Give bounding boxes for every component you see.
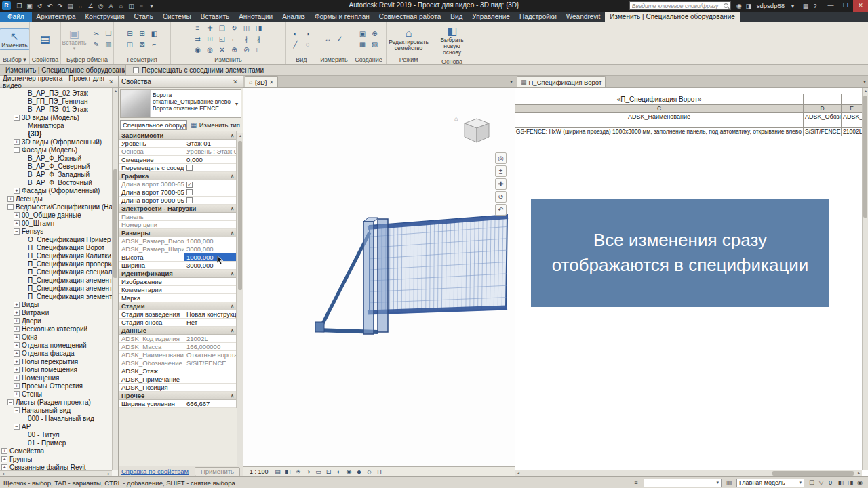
collapse-icon[interactable]: − [7,399,14,405]
property-checkbox[interactable] [186,165,193,171]
collapse-icon[interactable]: − [14,424,20,430]
property-value[interactable]: Этаж 01 [184,140,236,147]
communication-center-icon[interactable]: ◨ [744,3,753,9]
open-file-icon[interactable]: ❐ [14,3,24,9]
join-icon[interactable]: ⊕ [229,45,240,55]
property-group-header[interactable]: Электросети - Нагрузки∧ [119,205,236,213]
property-value[interactable]: 166,000000 [184,343,236,350]
copy-tool-icon[interactable]: ❑ [216,23,228,33]
tree-item[interactable]: +3D виды (Оформленный) [0,138,112,146]
create-similar-icon[interactable]: ⊕ [369,28,380,39]
wall-joins-icon[interactable]: ∟ [253,45,264,55]
zoom-icon[interactable]: ± [495,165,507,177]
copy-to-clipboard-icon[interactable]: ❐ [103,28,114,39]
ribbon-tab[interactable]: Управление [467,12,515,22]
property-value[interactable]: 1000,000 [184,237,236,245]
default-3d-view-icon[interactable]: ⌂ [116,3,126,9]
expand-icon[interactable]: + [14,350,20,357]
split-face-icon[interactable]: ◫ [124,39,136,49]
tree-item[interactable]: П_Спецификация элементов ПП [0,284,112,292]
column-header[interactable]: ADSK_Обознач [804,113,842,121]
user-menu-caret-icon[interactable]: ▾ [788,3,797,9]
expand-icon[interactable]: + [14,318,20,324]
help-icon[interactable]: ? [810,3,820,9]
tree-item[interactable]: Миниатюра [0,121,112,129]
expand-icon[interactable]: + [1,456,7,462]
text-icon[interactable]: A [106,3,116,9]
tree-item[interactable]: В_ГП_ПЭ_Генплан [0,97,112,105]
tree-item[interactable]: 01 - Пример [0,439,112,447]
project-browser-close-icon[interactable]: ✕ [107,79,115,85]
property-value[interactable]: ✓ [184,180,236,188]
property-value[interactable] [184,197,236,204]
unpin-icon[interactable]: ◎ [204,45,216,55]
ribbon-tab[interactable]: Надстройки [515,12,561,22]
ribbon-tab[interactable]: Конструкция [81,12,130,22]
property-value[interactable] [184,278,236,285]
property-value[interactable]: 0,000 [184,156,236,163]
column-letter[interactable]: E [842,105,862,112]
scroll-right-icon[interactable]: ▸ [856,470,862,476]
split-element-icon[interactable]: ∤ [241,34,252,44]
temporary-hide-isolate-icon[interactable]: ◐ [334,468,344,475]
cope-icon[interactable]: ⌐ [149,39,160,49]
array-icon[interactable]: ⊞ [204,34,216,44]
tree-item[interactable]: 000 - Начальный вид [0,414,112,422]
create-parts-icon[interactable]: ▧ [369,39,380,49]
qat-customize-icon[interactable]: ▾ [146,3,157,9]
tree-item[interactable]: +00_Штамп [0,219,112,227]
collapse-icon[interactable]: − [14,115,20,121]
collapse-icon[interactable]: − [7,204,14,210]
tree-item[interactable]: +Легенды [0,195,112,203]
ribbon-tab[interactable]: Совместная работа [374,12,446,22]
ribbon-tab[interactable]: Вставить [196,12,234,22]
ribbon-tab[interactable]: Вид [446,12,467,22]
hide-elements-icon[interactable]: ◐ [290,28,301,39]
expand-icon[interactable]: + [14,188,20,194]
expand-icon[interactable]: + [14,334,20,340]
tree-item[interactable]: +Виды [0,300,112,308]
autodesk-account-icon[interactable]: ◉ [734,3,744,9]
tree-item[interactable]: П_Спецификация специального с [0,268,112,276]
maximize-button[interactable]: ❐ [838,0,853,12]
tree-item[interactable]: −Листы (Раздел проекта) [0,398,112,406]
move-icon[interactable]: ✚ [204,23,216,33]
gate-3d-model[interactable] [315,215,508,334]
tree-item[interactable]: +Стены [0,390,112,398]
schedule-cell-name[interactable]: Откатные ворота серии GS-FENCE: HxW (шир… [515,128,804,136]
tree-item[interactable]: −АР [0,422,112,430]
property-checkbox[interactable]: ✓ [186,182,193,188]
ribbon-tab[interactable]: Сталь [130,12,158,22]
tree-item[interactable]: П_Спецификация Калитки [0,251,112,260]
pick-new-host-button[interactable]: ◧Выбрать новую основу [433,23,471,57]
tree-item[interactable]: +Полы помещения [0,365,112,373]
tree-item[interactable]: В_АР_ПЭ_01 Этаж [0,105,112,113]
tree-item[interactable]: +Отделка фасада [0,349,112,357]
dimension-icon[interactable]: ∠ [334,34,346,44]
aligned-dimension-icon[interactable]: ∠ [85,3,96,9]
mirror-draw-axis-icon[interactable]: ◨ [253,23,264,33]
edit-type-button[interactable]: ▦ Изменить тип [189,120,241,130]
tree-item[interactable]: О_Спецификация Пример [0,235,112,243]
offset-icon[interactable]: ⇉ [192,34,203,44]
expand-icon[interactable]: + [14,391,20,397]
create-assembly-icon[interactable]: ▦ [357,39,368,49]
expand-icon[interactable]: + [14,310,20,316]
ribbon-tab[interactable]: Архитектура [32,12,81,22]
properties-vscrollbar[interactable]: ▴ [237,133,243,466]
apply-button[interactable]: Применить [195,467,240,476]
property-value[interactable] [184,384,236,391]
schedule-tab[interactable]: ▦ П_Спецификация Ворот [517,76,606,87]
expand-icon[interactable]: + [14,383,20,389]
detail-level-icon[interactable]: ▤ [273,468,283,475]
worksharing-display-icon[interactable]: ◆ [355,468,364,475]
match-type-icon[interactable]: ✎ [91,39,102,49]
tree-item[interactable]: П_Спецификация Ворот [0,243,112,251]
property-group-header[interactable]: Размеры∧ [119,229,236,237]
save-icon[interactable]: ▣ [24,3,35,9]
column-letter[interactable]: D [804,105,842,112]
column-header[interactable]: ADSK_Ко [842,113,862,121]
search-input[interactable]: Введите ключевое слово/фразу [629,1,731,10]
revit-app-icon[interactable]: R [2,1,11,10]
tree-item[interactable]: −Фасады (Модель) [0,146,112,154]
